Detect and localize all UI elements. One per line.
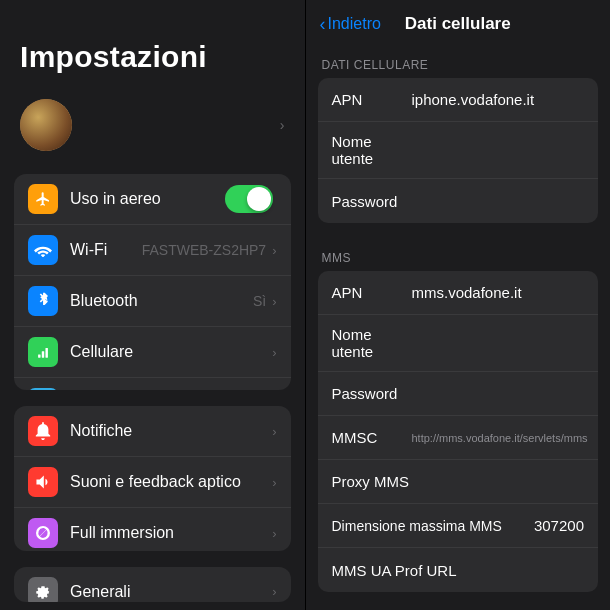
profile-chevron: › — [280, 117, 285, 133]
svg-rect-2 — [45, 348, 47, 358]
wifi-label: Wi-Fi — [70, 241, 142, 259]
section-header-mms: MMS — [306, 237, 611, 271]
mms-ua-row[interactable]: MMS UA Prof URL — [318, 548, 599, 592]
mms-proxy-label: Proxy MMS — [332, 473, 585, 490]
settings-group-notifications: Notifiche › Suoni e feedback aptico › Fu… — [14, 406, 291, 550]
hotspot-icon — [28, 388, 58, 390]
fullimmersion-chevron: › — [272, 526, 276, 541]
cellulare-label: Cellulare — [70, 343, 272, 361]
dc-nome-row[interactable]: Nome utente — [318, 122, 599, 179]
section-header-hotspot: HOTSPOT PERSONALE — [306, 606, 611, 610]
cellulare-chevron: › — [272, 345, 276, 360]
dc-apn-row[interactable]: APN iphone.vodafone.it — [318, 78, 599, 122]
suoni-label: Suoni e feedback aptico — [70, 473, 272, 491]
right-panel-title: Dati cellulare — [405, 14, 511, 34]
fullimmersion-label: Full immersion — [70, 524, 272, 542]
svg-rect-1 — [42, 351, 44, 358]
profile-row[interactable]: › — [0, 89, 305, 161]
svg-rect-0 — [38, 354, 40, 357]
mms-password-row[interactable]: Password — [318, 372, 599, 416]
wifi-value: FASTWEB-ZS2HP7 — [142, 242, 266, 258]
dc-apn-label: APN — [332, 91, 412, 108]
avatar-image — [20, 99, 72, 151]
wifi-icon — [28, 235, 58, 265]
generali-chevron: › — [272, 584, 276, 599]
settings-row-fullimmersion[interactable]: Full immersion › — [14, 508, 291, 550]
settings-row-cellulare[interactable]: Cellulare › — [14, 327, 291, 378]
settings-group-connectivity: Uso in aereo Wi-Fi FASTWEB-ZS2HP7 › Blue… — [14, 174, 291, 390]
aereo-label: Uso in aereo — [70, 190, 225, 208]
dc-password-row[interactable]: Password — [318, 179, 599, 223]
aereo-toggle[interactable] — [225, 185, 273, 213]
mms-nome-row[interactable]: Nome utente — [318, 315, 599, 372]
section-header-dati-cellulare: DATI CELLULARE — [306, 44, 611, 78]
generali-icon — [28, 577, 58, 602]
settings-group-generali: Generali › — [14, 567, 291, 602]
generali-label: Generali — [70, 583, 272, 601]
right-panel: ‹ Indietro Dati cellulare DATI CELLULARE… — [306, 0, 611, 610]
section-dati-cellulare: APN iphone.vodafone.it Nome utente Passw… — [318, 78, 599, 223]
cellulare-icon — [28, 337, 58, 367]
suoni-icon — [28, 467, 58, 497]
mms-ua-label: MMS UA Prof URL — [332, 562, 585, 579]
mms-mmsc-row[interactable]: MMSC http://mms.vodafone.it/servlets/mms — [318, 416, 599, 460]
avatar[interactable] — [20, 99, 72, 151]
dc-apn-value: iphone.vodafone.it — [412, 91, 585, 108]
bluetooth-value: Sì — [253, 293, 266, 309]
fullimmersion-icon — [28, 518, 58, 548]
suoni-chevron: › — [272, 475, 276, 490]
bluetooth-label: Bluetooth — [70, 292, 253, 310]
settings-row-aereo[interactable]: Uso in aereo — [14, 174, 291, 225]
settings-row-hotspot[interactable]: Hotspot personale › — [14, 378, 291, 390]
bluetooth-chevron: › — [272, 294, 276, 309]
mms-apn-label: APN — [332, 284, 412, 301]
settings-row-notifiche[interactable]: Notifiche › — [14, 406, 291, 457]
page-title: Impostazioni — [20, 40, 285, 74]
settings-row-wifi[interactable]: Wi-Fi FASTWEB-ZS2HP7 › — [14, 225, 291, 276]
bluetooth-icon — [28, 286, 58, 316]
mms-password-label: Password — [332, 385, 412, 402]
notifiche-icon — [28, 416, 58, 446]
dc-password-label: Password — [332, 193, 412, 210]
dc-nome-label: Nome utente — [332, 133, 412, 167]
settings-row-bluetooth[interactable]: Bluetooth Sì › — [14, 276, 291, 327]
left-header: Impostazioni — [0, 0, 305, 84]
right-content: DATI CELLULARE APN iphone.vodafone.it No… — [306, 44, 611, 610]
right-header: ‹ Indietro Dati cellulare — [306, 0, 611, 44]
mms-dim-value: 307200 — [534, 517, 584, 534]
mms-dim-label: Dimensione massima MMS — [332, 518, 534, 534]
wifi-chevron: › — [272, 243, 276, 258]
mms-dim-row[interactable]: Dimensione massima MMS 307200 — [318, 504, 599, 548]
mms-proxy-row[interactable]: Proxy MMS — [318, 460, 599, 504]
mms-apn-row[interactable]: APN mms.vodafone.it — [318, 271, 599, 315]
mms-mmsc-value: http://mms.vodafone.it/servlets/mms — [412, 432, 588, 444]
section-mms: APN mms.vodafone.it Nome utente Password… — [318, 271, 599, 592]
back-button[interactable]: ‹ Indietro — [320, 14, 381, 35]
notifiche-chevron: › — [272, 424, 276, 439]
notifiche-label: Notifiche — [70, 422, 272, 440]
mms-mmsc-label: MMSC — [332, 429, 412, 446]
mms-nome-label: Nome utente — [332, 326, 412, 360]
back-chevron-icon: ‹ — [320, 14, 326, 35]
airplane-icon — [28, 184, 58, 214]
back-label: Indietro — [328, 15, 381, 33]
settings-row-generali[interactable]: Generali › — [14, 567, 291, 602]
left-panel: Impostazioni › Uso in aereo Wi-Fi — [0, 0, 305, 610]
mms-apn-value: mms.vodafone.it — [412, 284, 585, 301]
settings-row-suoni[interactable]: Suoni e feedback aptico › — [14, 457, 291, 508]
